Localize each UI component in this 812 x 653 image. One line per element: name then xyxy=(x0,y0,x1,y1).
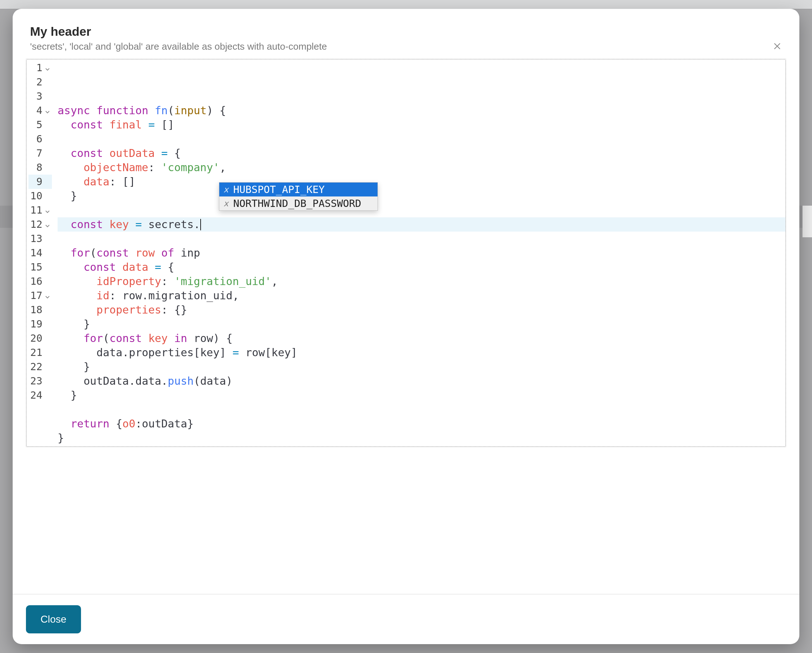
modal-body: 123456789101112131415161718192021222324 … xyxy=(13,59,799,594)
code-token: data xyxy=(136,374,162,388)
fold-icon[interactable] xyxy=(44,209,50,215)
fold-icon[interactable] xyxy=(44,294,50,300)
code-line[interactable]: properties: {} xyxy=(58,303,785,317)
gutter-line: 4 xyxy=(29,104,52,118)
code-token xyxy=(58,374,84,388)
autocomplete-label: NORTHWIND_DB_PASSWORD xyxy=(233,197,362,211)
line-number: 9 xyxy=(29,175,43,189)
code-token xyxy=(226,345,232,360)
autocomplete-type-icon: x xyxy=(223,183,229,197)
code-token: idProperty xyxy=(96,274,162,288)
autocomplete-popup[interactable]: xHUBSPOT_API_KEYxNORTHWIND_DB_PASSWORD xyxy=(219,182,378,211)
code-line[interactable]: objectName: 'company', xyxy=(58,160,785,175)
code-line[interactable]: } xyxy=(58,388,785,403)
code-line[interactable]: } xyxy=(58,189,785,203)
code-token: const xyxy=(84,260,116,274)
code-line[interactable]: data: [] xyxy=(58,175,785,189)
code-line[interactable] xyxy=(58,203,785,217)
code-token xyxy=(58,160,84,175)
code-line[interactable]: const outData = { xyxy=(58,146,785,160)
code-token xyxy=(168,146,174,160)
code-line[interactable]: const data = { xyxy=(58,260,785,274)
line-number: 19 xyxy=(29,317,43,331)
line-number: 20 xyxy=(29,331,43,345)
code-token xyxy=(174,246,181,260)
code-token: function xyxy=(96,104,148,118)
code-line[interactable]: const final = [] xyxy=(58,118,785,132)
code-token: key xyxy=(110,217,129,232)
code-token: . xyxy=(162,374,168,388)
code-token: { xyxy=(116,417,122,431)
code-token: [] xyxy=(122,175,136,189)
code-token xyxy=(213,104,219,118)
code-token: push xyxy=(168,374,194,388)
code-editor-modal: My header 'secrets', 'local' and 'global… xyxy=(13,9,799,644)
code-token: ) xyxy=(213,331,219,345)
code-line[interactable]: outData.data.push(data) xyxy=(58,374,785,388)
code-token xyxy=(58,288,96,303)
code-line[interactable] xyxy=(58,132,785,146)
code-token: data xyxy=(200,374,226,388)
code-line[interactable] xyxy=(58,232,785,246)
code-token: row xyxy=(122,288,142,303)
code-editor[interactable]: 123456789101112131415161718192021222324 … xyxy=(26,59,786,447)
code-token xyxy=(58,274,96,288)
close-button[interactable]: Close xyxy=(26,605,81,633)
fold-icon[interactable] xyxy=(44,109,50,115)
autocomplete-item[interactable]: xNORTHWIND_DB_PASSWORD xyxy=(219,197,377,211)
code-token xyxy=(58,388,70,403)
gutter-line: 15 xyxy=(29,260,52,274)
code-line[interactable]: const key = secrets. xyxy=(58,217,785,232)
line-number: 22 xyxy=(29,360,43,374)
code-token xyxy=(155,118,161,132)
code-line[interactable]: id: row.migration_uid, xyxy=(58,288,785,303)
code-line[interactable]: return {o0:outData} xyxy=(58,417,785,431)
code-token: [ xyxy=(265,345,271,360)
code-line[interactable]: async function fn(input) { xyxy=(58,104,785,118)
gutter-line: 6 xyxy=(29,132,52,146)
code-line[interactable]: idProperty: 'migration_uid', xyxy=(58,274,785,288)
code-token: const xyxy=(96,246,129,260)
code-line[interactable]: } xyxy=(58,431,785,445)
code-token: ] xyxy=(220,345,226,360)
code-line[interactable]: } xyxy=(58,317,785,331)
code-line[interactable]: } xyxy=(58,360,785,374)
gutter-line: 20 xyxy=(29,331,52,345)
code-line[interactable]: for(const key in row) { xyxy=(58,331,785,345)
code-token: = xyxy=(148,118,155,132)
code-token xyxy=(187,331,194,345)
code-token xyxy=(148,104,155,118)
close-icon[interactable] xyxy=(770,39,784,53)
gutter-line: 8 xyxy=(29,160,52,175)
code-token xyxy=(239,345,245,360)
code-token: . xyxy=(129,374,135,388)
code-token: secrets xyxy=(148,217,194,232)
code-token: } xyxy=(70,189,77,203)
autocomplete-label: HUBSPOT_API_KEY xyxy=(233,183,325,197)
code-token xyxy=(58,246,70,260)
code-token: outData xyxy=(110,146,155,160)
code-token: 'company' xyxy=(162,160,220,175)
code-token xyxy=(142,217,148,232)
editor-code[interactable]: async function fn(input) { const final =… xyxy=(54,60,785,446)
code-line[interactable] xyxy=(58,403,785,417)
code-token: migration_uid xyxy=(148,288,233,303)
line-number: 7 xyxy=(29,146,43,160)
code-token: } xyxy=(84,317,90,331)
gutter-line: 19 xyxy=(29,317,52,331)
line-number: 13 xyxy=(29,232,43,246)
code-token: async xyxy=(58,104,90,118)
code-token: { xyxy=(220,104,226,118)
line-number: 21 xyxy=(29,345,43,360)
background-right-panel xyxy=(803,206,812,237)
code-line[interactable]: for(const row of inp xyxy=(58,246,785,260)
code-token: ( xyxy=(168,104,174,118)
code-token: : xyxy=(162,303,174,317)
fold-icon[interactable] xyxy=(44,66,50,72)
code-token xyxy=(58,417,70,431)
autocomplete-item[interactable]: xHUBSPOT_API_KEY xyxy=(219,183,377,197)
code-token xyxy=(110,417,116,431)
code-token xyxy=(103,146,109,160)
code-line[interactable]: data.properties[key] = row[key] xyxy=(58,345,785,360)
fold-icon[interactable] xyxy=(44,223,50,229)
